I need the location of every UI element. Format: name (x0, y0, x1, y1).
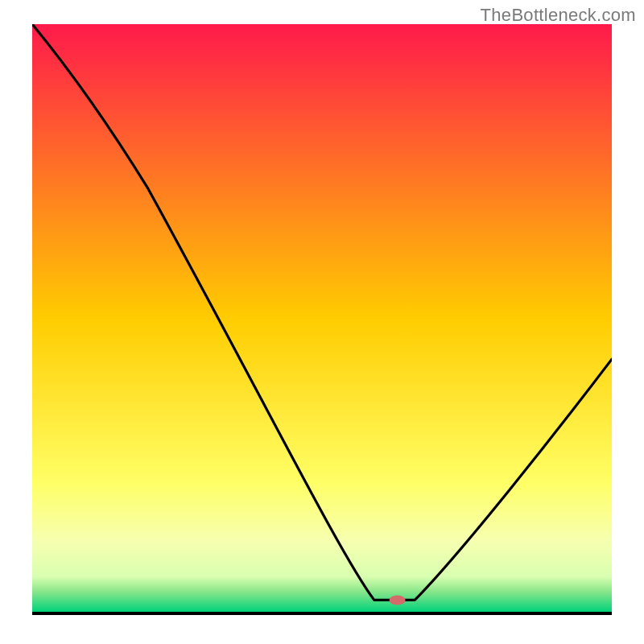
gradient-background (32, 24, 612, 612)
plot-area (32, 24, 612, 612)
optimal-point-marker (390, 595, 406, 605)
chart-svg (32, 24, 612, 612)
x-axis-line (32, 612, 612, 615)
chart-container: TheBottleneck.com (0, 0, 644, 644)
watermark-text: TheBottleneck.com (481, 5, 636, 26)
